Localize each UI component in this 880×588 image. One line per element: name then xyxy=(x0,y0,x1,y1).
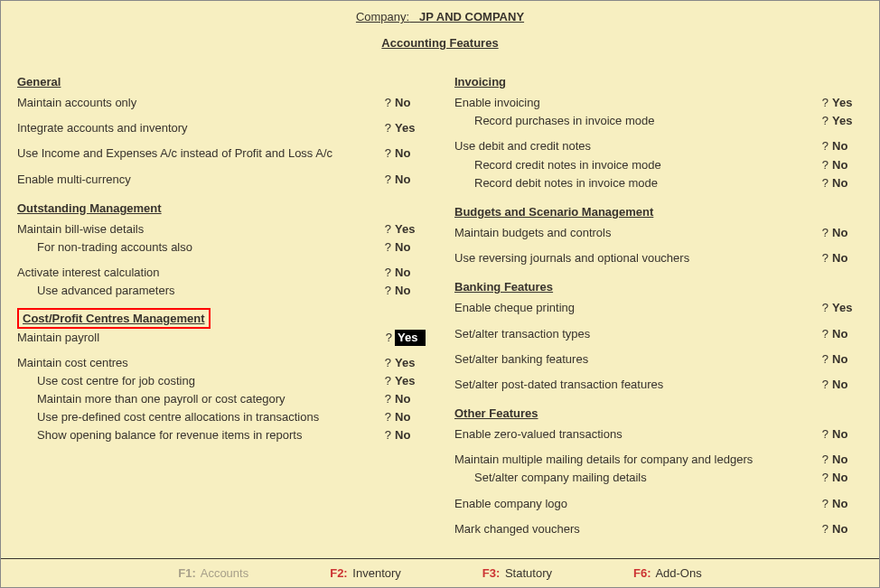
option-label: Set/alter post-dated transaction feature… xyxy=(454,377,821,393)
opt-record-purchases-invoice[interactable]: Record purchases in invoice mode ? Yes xyxy=(454,112,863,130)
option-label: Integrate accounts and inventory xyxy=(17,120,384,136)
option-label: Set/alter banking features xyxy=(454,351,821,368)
option-label: Show opening balance for revenue items i… xyxy=(17,427,384,443)
opt-record-debit-notes[interactable]: Record debit notes in invoice mode ? No xyxy=(454,174,863,192)
option-value: No xyxy=(832,377,863,393)
opt-activate-interest[interactable]: Activate interest calculation ? No xyxy=(17,264,426,282)
option-value: No xyxy=(395,265,426,281)
opt-mark-changed-vouchers[interactable]: Mark changed vouchers ? No xyxy=(454,520,863,538)
question-mark-icon: ? xyxy=(821,225,832,241)
opt-banking-features[interactable]: Set/alter banking features ? No xyxy=(454,350,863,369)
question-mark-icon: ? xyxy=(384,391,395,407)
opt-integrate-accounts-inventory[interactable]: Integrate accounts and inventory ? Yes xyxy=(17,119,426,137)
opt-income-expenses-ac[interactable]: Use Income and Expenses A/c instead of P… xyxy=(17,145,426,163)
opt-opening-balance-revenue[interactable]: Show opening balance for revenue items i… xyxy=(17,426,426,444)
opt-mailing-details[interactable]: Maintain multiple mailing details for co… xyxy=(454,451,863,469)
opt-post-dated[interactable]: Set/alter post-dated transaction feature… xyxy=(454,376,863,394)
option-value: No xyxy=(395,172,426,188)
opt-maintain-accounts-only[interactable]: Maintain accounts only ? No xyxy=(17,94,426,112)
opt-non-trading-accounts[interactable]: For non-trading accounts also ? No xyxy=(17,238,426,257)
section-invoicing: Invoicing xyxy=(454,75,506,89)
opt-cost-centre-job-costing[interactable]: Use cost centre for job costing ? Yes xyxy=(17,372,426,390)
option-value: Yes xyxy=(395,373,426,389)
option-value: No xyxy=(832,351,863,368)
option-value: Yes xyxy=(395,221,426,238)
option-value: No xyxy=(832,157,863,173)
option-value: No xyxy=(395,145,426,162)
option-label: Maintain more than one payroll or cost c… xyxy=(17,391,384,407)
fn-label: Accounts xyxy=(201,566,248,580)
option-value: No xyxy=(832,225,863,241)
fn-f2-inventory[interactable]: F2: Inventory xyxy=(330,566,401,580)
option-label: Activate interest calculation xyxy=(17,265,384,281)
option-label: Record purchases in invoice mode xyxy=(454,113,821,129)
left-column: General Maintain accounts only ? No Inte… xyxy=(12,70,431,538)
fn-key: F6: xyxy=(633,566,651,580)
question-mark-icon: ? xyxy=(384,120,395,136)
fn-key: F3: xyxy=(482,566,501,580)
opt-company-logo[interactable]: Enable company logo ? No xyxy=(454,495,863,513)
opt-maintain-payroll[interactable]: Maintain payroll ? Yes xyxy=(17,329,426,347)
option-value-selected[interactable]: Yes xyxy=(395,330,426,346)
fn-label: Inventory xyxy=(352,566,400,580)
opt-maintain-budgets[interactable]: Maintain budgets and controls ? No xyxy=(454,224,863,242)
opt-enable-multi-currency[interactable]: Enable multi-currency ? No xyxy=(17,171,426,189)
question-mark-icon: ? xyxy=(821,470,832,486)
opt-debit-credit-notes[interactable]: Use debit and credit notes ? No xyxy=(454,137,863,155)
question-mark-icon: ? xyxy=(821,521,832,537)
opt-maintain-billwise[interactable]: Maintain bill-wise details ? Yes xyxy=(17,220,426,238)
question-mark-icon: ? xyxy=(384,409,395,425)
question-mark-icon: ? xyxy=(384,145,395,162)
right-column: Invoicing Enable invoicing ? Yes Record … xyxy=(449,70,868,538)
option-value: Yes xyxy=(395,355,426,371)
question-mark-icon: ? xyxy=(821,157,832,173)
option-value: Yes xyxy=(395,120,426,136)
option-value: No xyxy=(395,409,426,425)
option-value: No xyxy=(832,496,863,512)
opt-zero-valued[interactable]: Enable zero-valued transactions ? No xyxy=(454,425,863,443)
question-mark-icon: ? xyxy=(821,300,832,316)
fn-key: F1: xyxy=(178,566,196,580)
company-label: Company: xyxy=(356,10,409,23)
question-mark-icon: ? xyxy=(821,452,832,468)
company-line: Company: JP AND COMPANY xyxy=(356,10,524,23)
question-mark-icon: ? xyxy=(384,355,395,371)
option-label: Record credit notes in invoice mode xyxy=(454,157,821,173)
option-label: Enable cheque printing xyxy=(454,300,821,316)
question-mark-icon: ? xyxy=(821,250,832,266)
question-mark-icon: ? xyxy=(384,283,395,299)
fn-f1-accounts: F1: Accounts xyxy=(178,566,248,580)
option-value: No xyxy=(832,250,863,266)
fn-f3-statutory[interactable]: F3: Statutory xyxy=(482,566,552,580)
option-value: No xyxy=(832,470,863,486)
section-other: Other Features xyxy=(454,406,538,420)
option-label: Use Income and Expenses A/c instead of P… xyxy=(17,145,384,162)
question-mark-icon: ? xyxy=(384,239,395,256)
option-value: No xyxy=(395,391,426,407)
fn-f6-addons[interactable]: F6: Add-Ons xyxy=(633,566,702,580)
option-label: Use reversing journals and optional vouc… xyxy=(454,250,821,266)
option-label: Use pre-defined cost centre allocations … xyxy=(17,409,384,425)
opt-enable-invoicing[interactable]: Enable invoicing ? Yes xyxy=(454,94,863,112)
opt-transaction-types[interactable]: Set/alter transaction types ? No xyxy=(454,325,863,343)
option-label: Mark changed vouchers xyxy=(454,521,821,537)
option-label: Enable zero-valued transactions xyxy=(454,426,821,443)
option-label: For non-trading accounts also xyxy=(17,239,384,256)
opt-company-mailing-details[interactable]: Set/alter company mailing details ? No xyxy=(454,469,863,487)
opt-record-credit-notes[interactable]: Record credit notes in invoice mode ? No xyxy=(454,156,863,174)
option-label: Maintain multiple mailing details for co… xyxy=(454,452,821,468)
question-mark-icon: ? xyxy=(384,221,395,238)
opt-more-than-one-payroll[interactable]: Maintain more than one payroll or cost c… xyxy=(17,390,426,408)
question-mark-icon: ? xyxy=(821,496,832,512)
opt-use-advanced-parameters[interactable]: Use advanced parameters ? No xyxy=(17,282,426,300)
opt-reversing-journals[interactable]: Use reversing journals and optional vouc… xyxy=(454,249,863,267)
question-mark-icon: ? xyxy=(384,172,395,188)
opt-predefined-allocations[interactable]: Use pre-defined cost centre allocations … xyxy=(17,408,426,426)
header: Company: JP AND COMPANY Accounting Featu… xyxy=(1,1,879,50)
opt-maintain-cost-centres[interactable]: Maintain cost centres ? Yes xyxy=(17,354,426,372)
option-label: Enable multi-currency xyxy=(17,172,384,188)
option-value: Yes xyxy=(832,300,863,316)
opt-cheque-printing[interactable]: Enable cheque printing ? Yes xyxy=(454,299,863,317)
option-value: No xyxy=(395,239,426,256)
option-value: Yes xyxy=(832,113,863,129)
